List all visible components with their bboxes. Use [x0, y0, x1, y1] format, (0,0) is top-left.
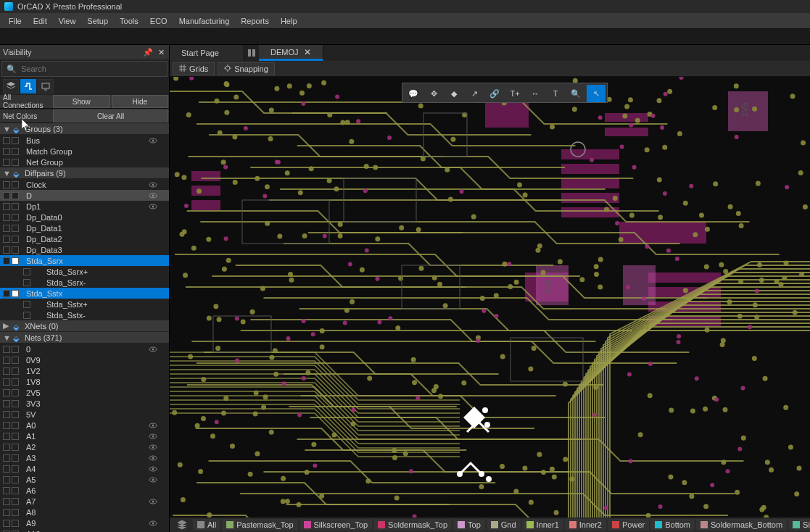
color-swatch[interactable]: [12, 487, 19, 494]
menu-manufacturing[interactable]: Manufacturing: [173, 14, 236, 28]
menu-help[interactable]: Help: [275, 14, 303, 28]
add-text-tool[interactable]: T+: [505, 85, 524, 102]
visibility-toggle[interactable]: [3, 367, 10, 375]
section-groups[interactable]: ▼⬙Groups (3): [0, 123, 169, 135]
color-swatch[interactable]: [12, 357, 19, 364]
color-swatch[interactable]: [12, 137, 19, 144]
visibility-toggle[interactable]: [3, 148, 10, 155]
split-icon[interactable]: [244, 45, 259, 61]
nets-item[interactable]: A9: [0, 518, 169, 528]
select-tool[interactable]: ↖: [587, 85, 606, 102]
visibility-toggle[interactable]: [3, 487, 10, 494]
color-swatch[interactable]: [12, 444, 19, 451]
layer-soldermask_top[interactable]: Soldermask_Top: [373, 519, 452, 531]
visibility-toggle[interactable]: [3, 181, 10, 188]
color-swatch[interactable]: [12, 400, 19, 407]
visibility-toggle[interactable]: [3, 236, 10, 243]
color-swatch[interactable]: [12, 433, 19, 440]
nets-item[interactable]: 0: [0, 344, 169, 354]
layers-mode-button[interactable]: [3, 79, 19, 93]
tree[interactable]: ▼⬙Groups (3)BusMatch GroupNet Group▼⬙Dif…: [0, 123, 169, 532]
close-icon[interactable]: ✕: [156, 47, 166, 57]
diffpairs-item[interactable]: Stda_Ssrx: [0, 255, 169, 266]
color-swatch[interactable]: [12, 498, 19, 505]
visibility-toggle[interactable]: [3, 465, 10, 473]
diffpairs-item[interactable]: Dp1: [0, 201, 169, 212]
visibility-toggle[interactable]: [3, 290, 10, 297]
nets-item[interactable]: A2: [0, 441, 169, 452]
visibility-toggle[interactable]: [3, 346, 10, 353]
layer-soldermask_bottom[interactable]: Soldermask_Bottom: [696, 519, 787, 531]
diffpairs-item[interactable]: Stda_Sstx-: [0, 309, 169, 320]
visibility-toggle[interactable]: [3, 378, 10, 386]
diffpairs-item[interactable]: Dp_Data2: [0, 233, 169, 244]
text-box-tool[interactable]: T: [546, 85, 565, 102]
menu-eco[interactable]: ECO: [144, 14, 173, 28]
layer-silkscreen_bottom[interactable]: Silkscreen_Bottom: [788, 519, 810, 531]
show-button[interactable]: Show: [53, 95, 110, 108]
nets-item[interactable]: 1V2: [0, 365, 169, 376]
color-swatch[interactable]: [23, 279, 30, 286]
color-swatch[interactable]: [23, 312, 30, 319]
layer-gnd[interactable]: Gnd: [487, 519, 521, 531]
route-tool[interactable]: ↗: [465, 85, 484, 102]
search-input[interactable]: [21, 65, 162, 73]
layer-all[interactable]: All: [193, 519, 220, 531]
visibility-toggle[interactable]: [3, 454, 10, 462]
color-swatch[interactable]: [12, 422, 19, 429]
color-swatch[interactable]: [12, 225, 19, 232]
color-swatch[interactable]: [23, 268, 30, 275]
link-tool[interactable]: 🔗: [485, 85, 504, 102]
color-swatch[interactable]: [23, 301, 30, 308]
menu-reports[interactable]: Reports: [235, 14, 275, 28]
pcb-canvas[interactable]: 2V52V5 💬✥◆↗🔗T+↔T🔍↖: [170, 77, 810, 532]
visibility-toggle[interactable]: [3, 225, 10, 232]
section-diffpairs[interactable]: ▼⬙Diffpairs (9): [0, 167, 169, 179]
visibility-toggle[interactable]: [3, 433, 10, 440]
diffpairs-item[interactable]: Clock: [0, 179, 169, 190]
visibility-toggle[interactable]: [3, 192, 10, 199]
diffpairs-item[interactable]: Stda_Sstx: [0, 288, 169, 299]
menu-file[interactable]: File: [3, 14, 28, 28]
visibility-toggle[interactable]: [3, 476, 10, 483]
color-swatch[interactable]: [12, 181, 19, 188]
nets-item[interactable]: 3V3: [0, 398, 169, 409]
color-swatch[interactable]: [12, 203, 19, 210]
visibility-toggle[interactable]: [3, 203, 10, 210]
color-swatch[interactable]: [12, 465, 19, 473]
tab-demoj[interactable]: DEMOJ✕: [259, 45, 324, 61]
groups-item[interactable]: Net Group: [0, 157, 169, 167]
layer-bottom[interactable]: Bottom: [650, 519, 695, 531]
section-xnets[interactable]: ▶⬙XNets (0): [0, 320, 169, 332]
color-swatch[interactable]: [12, 159, 19, 166]
visibility-toggle[interactable]: [3, 444, 10, 451]
menu-tools[interactable]: Tools: [114, 14, 144, 28]
section-nets[interactable]: ▼⬙Nets (371): [0, 332, 169, 344]
color-swatch[interactable]: [12, 192, 19, 199]
visibility-toggle[interactable]: [3, 389, 10, 396]
color-swatch[interactable]: [12, 246, 19, 254]
diffpairs-item[interactable]: Dp_Data0: [0, 212, 169, 223]
visibility-toggle[interactable]: [3, 246, 10, 254]
layer-inner2[interactable]: Inner2: [565, 519, 606, 531]
diffpairs-item[interactable]: Stda_Sstx+: [0, 299, 169, 309]
visibility-toggle[interactable]: [3, 159, 10, 166]
nets-item[interactable]: 1V8: [0, 376, 169, 387]
zoom-tool[interactable]: 🔍: [566, 85, 585, 102]
color-swatch[interactable]: [12, 520, 19, 527]
visibility-toggle[interactable]: [3, 357, 10, 364]
color-swatch[interactable]: [12, 389, 19, 396]
visibility-toggle[interactable]: [3, 411, 10, 418]
target-tool[interactable]: ✥: [424, 85, 443, 102]
visibility-toggle[interactable]: [3, 509, 10, 516]
color-swatch[interactable]: [12, 378, 19, 386]
snapping-button[interactable]: Snapping: [218, 62, 275, 75]
visibility-toggle[interactable]: [3, 137, 10, 144]
display-mode-button[interactable]: [38, 79, 54, 93]
diffpairs-item[interactable]: Stda_Ssrx-: [0, 277, 169, 288]
close-tab-icon[interactable]: ✕: [304, 47, 311, 57]
layer-pastemask_top[interactable]: Pastemask_Top: [222, 519, 297, 531]
color-swatch[interactable]: [12, 346, 19, 353]
color-swatch[interactable]: [12, 214, 19, 221]
nets-item[interactable]: 2V5: [0, 387, 169, 398]
